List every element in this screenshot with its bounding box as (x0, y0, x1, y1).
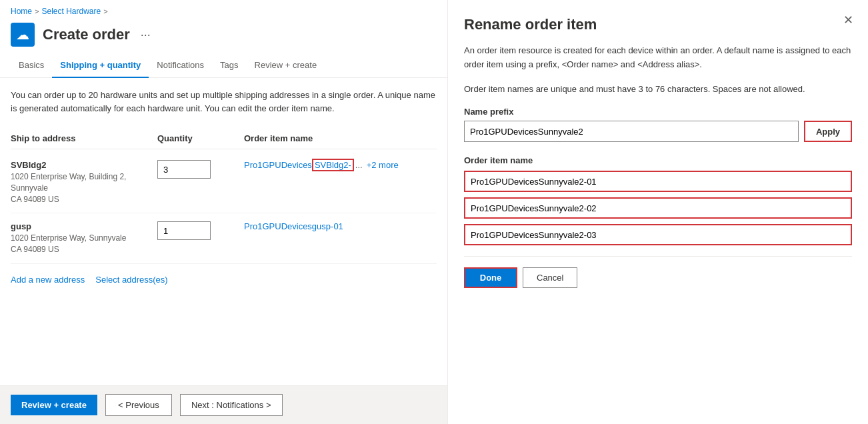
tab-basics[interactable]: Basics (11, 55, 52, 78)
quantity-input-1[interactable] (157, 160, 211, 179)
quantity-cell-2 (157, 221, 244, 240)
tab-shipping-quantity[interactable]: Shipping + quantity (52, 55, 149, 78)
dialog-desc-2: Order item names are unique and must hav… (464, 83, 852, 97)
order-item-cell-2: Pro1GPUDevicesgusp-01 (244, 221, 437, 231)
address-name-1: SVBldg2 (11, 160, 157, 170)
quantity-input-2[interactable] (157, 221, 211, 240)
review-create-button[interactable]: Review + create (11, 395, 97, 415)
name-prefix-label: Name prefix (464, 107, 852, 117)
dialog-footer: Done Cancel (464, 256, 852, 299)
address-svbldg2: SVBldg2 1020 Enterprise Way, Building 2,… (11, 160, 157, 205)
apply-button[interactable]: Apply (804, 121, 852, 142)
order-item-row-2 (464, 197, 852, 219)
order-item-ellipsis: ... (355, 160, 363, 170)
page-more-button[interactable]: ··· (141, 28, 151, 42)
description-text: You can order up to 20 hardware units an… (11, 89, 437, 115)
breadcrumb-sep1: > (35, 7, 39, 15)
page-title: Create order (43, 26, 130, 43)
rename-dialog: ✕ Rename order item An order item resour… (448, 0, 868, 424)
next-notifications-button[interactable]: Next : Notifications > (180, 394, 283, 416)
col-header-address: Ship to address (11, 133, 157, 143)
col-header-order-item: Order item name (244, 133, 437, 143)
quantity-cell-1 (157, 160, 244, 179)
tab-notifications[interactable]: Notifications (149, 55, 212, 78)
address-gusp: gusp 1020 Enterprise Way, SunnyvaleCA 94… (11, 221, 157, 255)
breadcrumb: Home > Select Hardware > (0, 0, 447, 20)
tab-tags[interactable]: Tags (212, 55, 246, 78)
order-item-input-3[interactable] (464, 224, 852, 245)
breadcrumb-home[interactable]: Home (11, 7, 32, 16)
breadcrumb-sep2: > (103, 7, 107, 15)
table-row: gusp 1020 Enterprise Way, SunnyvaleCA 94… (11, 213, 437, 264)
cancel-button[interactable]: Cancel (523, 267, 577, 288)
name-prefix-input[interactable] (464, 121, 799, 142)
address-detail-2: 1020 Enterprise Way, SunnyvaleCA 94089 U… (11, 233, 157, 255)
table-header: Ship to address Quantity Order item name (11, 128, 437, 149)
page-header: ☁ Create order ··· (0, 20, 447, 55)
order-item-cell-1: Pro1GPUDevicesSVBldg2- ... +2 more (244, 160, 437, 170)
name-prefix-row: Apply (464, 121, 852, 142)
order-item-row-1 (464, 171, 852, 192)
tab-bar: Basics Shipping + quantity Notifications… (0, 55, 447, 78)
order-item-highlight-1: SVBldg2- (312, 159, 354, 171)
add-address-link[interactable]: Add a new address (11, 275, 85, 285)
order-item-name-label: Order item name (464, 155, 852, 165)
done-button[interactable]: Done (464, 267, 517, 288)
page-icon: ☁ (11, 23, 35, 47)
order-item-input-1[interactable] (464, 171, 852, 192)
page-footer: Review + create < Previous Next : Notifi… (0, 385, 447, 424)
order-item-row-3 (464, 224, 852, 245)
dialog-desc-1: An order item resource is created for ea… (464, 44, 852, 72)
tab-review-create[interactable]: Review + create (247, 55, 325, 78)
select-addresses-link[interactable]: Select address(es) (95, 275, 167, 285)
dialog-title: Rename order item (464, 16, 852, 33)
order-item-link-2[interactable]: Pro1GPUDevicesgusp-01 (244, 221, 343, 231)
address-name-2: gusp (11, 221, 157, 231)
bottom-links: Add a new address Select address(es) (11, 264, 437, 290)
table-row: SVBldg2 1020 Enterprise Way, Building 2,… (11, 152, 437, 213)
order-item-input-2[interactable] (464, 197, 852, 219)
more-link-1[interactable]: +2 more (367, 160, 399, 170)
previous-button[interactable]: < Previous (105, 394, 172, 416)
order-item-link-1[interactable]: Pro1GPUDevicesSVBldg2- (244, 160, 354, 170)
breadcrumb-select-hardware[interactable]: Select Hardware (41, 7, 101, 16)
dialog-close-button[interactable]: ✕ (839, 11, 857, 29)
address-detail-1: 1020 Enterprise Way, Building 2, Sunnyva… (11, 171, 157, 205)
col-header-quantity: Quantity (157, 133, 244, 143)
main-content: You can order up to 20 hardware units an… (0, 78, 447, 385)
